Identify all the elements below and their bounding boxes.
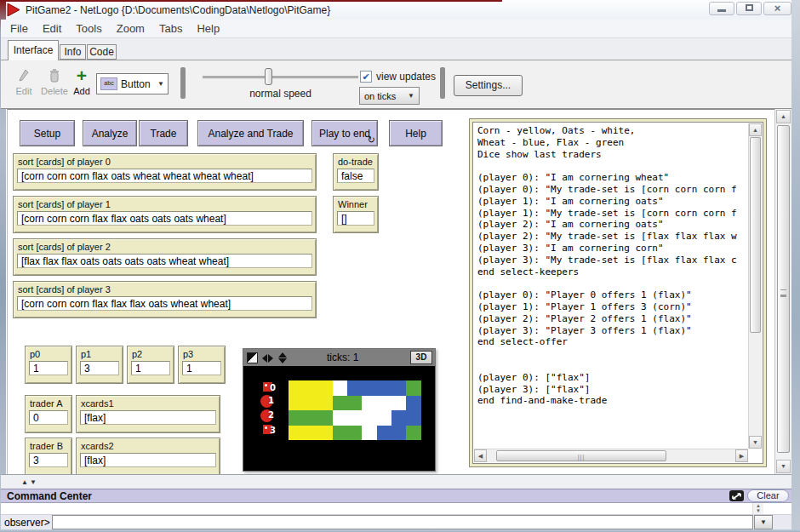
scrollbar-thumb[interactable] xyxy=(777,125,790,453)
analyze-and-trade-label: Analyze and Trade xyxy=(208,128,293,140)
command-input[interactable] xyxy=(52,515,753,529)
interface-canvas: Setup Analyze Trade Analyze and Trade Pl… xyxy=(7,109,774,474)
menu-tools[interactable]: Tools xyxy=(76,22,101,35)
command-center-splitter[interactable]: ▲▼ xyxy=(1,474,791,489)
monitor-player-cards-2: sort [cards] of player 2[flax flax flax … xyxy=(13,238,317,276)
monitor-player-cards-0: sort [cards] of player 0[corn corn corn … xyxy=(13,153,317,191)
add-label: Add xyxy=(73,86,90,96)
scroll-down-icon[interactable]: ▼ xyxy=(776,460,791,473)
menu-edit[interactable]: Edit xyxy=(43,22,61,35)
tab-row: InterfaceInfoCode xyxy=(1,38,791,60)
netlogo-window: PitGame2 - NetLogo {D:\Documents\CodingD… xyxy=(0,0,800,532)
patch-white xyxy=(333,380,347,396)
button-widget-icon: abc xyxy=(100,77,117,90)
patch-green xyxy=(318,410,333,426)
help-button[interactable]: Help xyxy=(389,120,443,146)
output-text: Corn - yellow, Oats - white, Wheat - blu… xyxy=(477,125,746,447)
play-to-end-button[interactable]: Play to end ↻ xyxy=(311,120,378,146)
scrollbar-thumb[interactable]: ||| xyxy=(496,450,666,461)
minimize-button[interactable] xyxy=(709,2,734,15)
scroll-up-icon[interactable]: ▲ xyxy=(749,123,762,136)
edit-button[interactable]: Edit xyxy=(11,68,37,96)
minimize-icon xyxy=(717,9,726,12)
patch-blue xyxy=(377,426,391,441)
tab-info[interactable]: Info xyxy=(60,44,86,60)
scroll-right-icon[interactable]: ▶ xyxy=(735,449,748,462)
command-history-dropdown[interactable]: ▼ xyxy=(754,515,773,529)
patch-green xyxy=(333,396,347,411)
output-vertical-scrollbar[interactable]: ▲ ▼ xyxy=(748,123,762,449)
tab-code[interactable]: Code xyxy=(87,44,117,60)
tab-interface[interactable]: Interface xyxy=(8,40,59,60)
scroll-down-icon[interactable]: ▼ xyxy=(749,436,762,449)
forever-icon: ↻ xyxy=(368,134,375,146)
settings-button[interactable]: Settings... xyxy=(454,75,523,96)
monitor-value: false xyxy=(337,169,374,183)
trade-button[interactable]: Trade xyxy=(139,120,188,146)
monitor-value: 1 xyxy=(29,361,68,375)
update-mode-value: on ticks xyxy=(364,91,396,101)
setup-button[interactable]: Setup xyxy=(20,120,75,146)
monitor-do-trade: do-trade false xyxy=(333,153,379,191)
output-horizontal-scrollbar[interactable]: ◀ ||| ▶ xyxy=(474,449,748,462)
delete-button[interactable]: Delete xyxy=(38,68,71,96)
monitor-value: 3 xyxy=(80,361,119,375)
delete-label: Delete xyxy=(41,86,68,96)
monitor-player-cards-3: sort [cards] of player 3[corn corn corn … xyxy=(13,281,317,318)
scroll-up-icon[interactable]: ▲ xyxy=(776,110,791,123)
patch-yellow xyxy=(318,396,333,411)
update-mode-dropdown[interactable]: on ticks ▼ xyxy=(359,87,420,105)
menu-zoom[interactable]: Zoom xyxy=(117,22,145,35)
command-output-scrollbar[interactable]: ▲▼ xyxy=(752,503,763,514)
patch-green xyxy=(347,426,362,441)
monitor-value: [corn corn corn flax flax oats oats oats… xyxy=(17,211,312,226)
menu-help[interactable]: Help xyxy=(197,22,220,35)
world-view[interactable]: 0123 xyxy=(243,366,435,471)
menu-file[interactable]: File xyxy=(10,22,28,35)
clear-button[interactable]: Clear xyxy=(747,489,789,502)
monitor-value: 1 xyxy=(182,361,221,375)
patch-blue xyxy=(347,380,362,396)
patch-yellow xyxy=(318,380,333,396)
patch-blue xyxy=(377,380,391,396)
toolbar-separator xyxy=(440,67,445,99)
chevron-down-icon: ▼ xyxy=(408,92,414,100)
monitor-value: [flax flax flax oats oats oats oats whea… xyxy=(17,254,312,268)
monitor-label: sort [cards] of player 2 xyxy=(14,239,316,253)
patch-white xyxy=(362,410,376,426)
trash-icon xyxy=(38,68,71,85)
close-button[interactable]: × xyxy=(763,2,791,15)
detach-button[interactable] xyxy=(729,490,744,501)
monitor-trader-b: trader B 3 xyxy=(25,438,72,476)
patch-white xyxy=(362,396,376,411)
monitor-label: trader A xyxy=(26,396,71,409)
help-label: Help xyxy=(405,128,426,140)
scroll-left-icon[interactable]: ◀ xyxy=(474,449,487,462)
analyze-and-trade-button[interactable]: Analyze and Trade xyxy=(197,120,304,146)
monitor-label: xcards1 xyxy=(77,396,220,409)
monitor-label: sort [cards] of player 3 xyxy=(14,282,316,295)
close-icon: × xyxy=(764,3,791,14)
speed-slider-label: normal speed xyxy=(203,88,358,100)
analyze-button[interactable]: Analyze xyxy=(83,120,137,146)
pencil-icon xyxy=(11,68,37,85)
window-edge xyxy=(0,0,502,2)
view-updates-checkbox[interactable]: ✔ xyxy=(360,71,372,83)
scrollbar-thumb[interactable] xyxy=(750,137,761,333)
speed-slider-thumb[interactable] xyxy=(265,68,272,85)
view-3d-button[interactable]: 3D xyxy=(410,351,432,364)
speed-slider-track[interactable] xyxy=(203,76,358,79)
monitor-label: p2 xyxy=(128,346,174,360)
maximize-button[interactable] xyxy=(736,2,762,15)
menu-tabs[interactable]: Tabs xyxy=(159,22,182,35)
add-button[interactable]: + Add xyxy=(71,68,93,96)
patch-white xyxy=(362,426,376,441)
patch-yellow xyxy=(318,426,333,441)
widget-type-dropdown[interactable]: abc Button ▼ xyxy=(96,73,169,94)
output-area: Corn - yellow, Oats - white, Wheat - blu… xyxy=(469,118,767,467)
ticks-counter: ticks: 1 xyxy=(327,352,358,363)
monitor-value: 1 xyxy=(131,361,170,375)
patch-white xyxy=(391,396,406,411)
observer-prompt: observer> xyxy=(4,517,50,529)
main-vertical-scrollbar[interactable]: ▲ ▼ xyxy=(774,109,791,474)
